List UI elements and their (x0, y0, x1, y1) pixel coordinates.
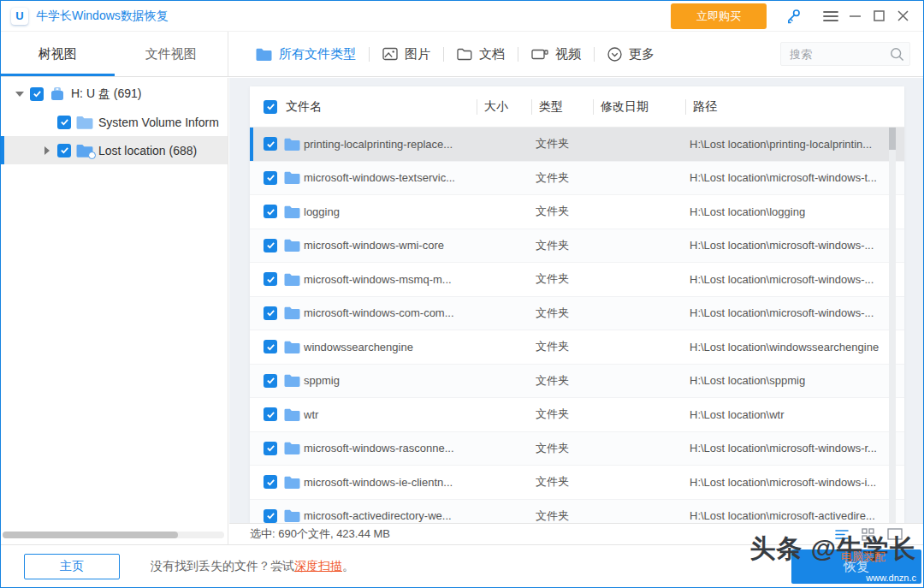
collapse-arrow-icon[interactable] (15, 89, 25, 99)
filter-more[interactable]: 更多 (607, 46, 654, 62)
folder-icon (284, 273, 300, 286)
file-type-toolbar: 所有文件类型 图片 文档 (228, 32, 923, 76)
image-icon (382, 47, 398, 61)
grid-view-icon[interactable] (862, 528, 874, 541)
table-row[interactable]: microsoft-windows-com-com... 文件夹 H:\Lost… (250, 297, 904, 331)
row-checkbox-checked[interactable] (264, 442, 277, 455)
file-name: windowssearchengine (304, 341, 474, 353)
selection-status-text: 选中: 690个文件, 423.44 MB (250, 526, 390, 542)
file-type: 文件夹 (529, 170, 590, 186)
table-row[interactable]: microsoft-windows-wmi-core 文件夹 H:\Lost l… (250, 229, 904, 264)
row-checkbox-checked[interactable] (264, 239, 277, 252)
app-logo-icon: U (11, 8, 28, 25)
folder-icon (284, 239, 300, 252)
select-all-checkbox[interactable] (264, 100, 277, 114)
row-checkbox-checked[interactable] (264, 171, 277, 185)
filter-documents[interactable]: 文档 (457, 46, 505, 62)
register-key-icon[interactable] (785, 8, 802, 24)
file-type: 文件夹 (529, 271, 590, 287)
file-path: H:\Lost location\windowssearchengine (683, 341, 904, 353)
vertical-scrollbar[interactable] (889, 128, 896, 523)
tree-item-label: Lost location (688) (98, 144, 197, 157)
file-path: H:\Lost location\microsoft-windows-... (683, 239, 904, 252)
folder-icon (76, 116, 93, 129)
file-type: 文件夹 (529, 238, 590, 253)
vertical-scrollbar-thumb[interactable] (889, 128, 896, 150)
row-checkbox-checked[interactable] (264, 137, 277, 151)
file-type: 文件夹 (529, 306, 590, 321)
column-header-date[interactable]: 修改日期 (593, 99, 685, 115)
file-type: 文件夹 (529, 136, 590, 151)
close-button[interactable] (891, 5, 915, 27)
tab-file-view[interactable]: 文件视图 (115, 32, 228, 76)
table-row[interactable]: microsoft-windows-ie-clientn... 文件夹 H:\L… (250, 466, 904, 500)
table-header: 文件名 大小 类型 修改日期 路径 (250, 86, 904, 128)
row-checkbox-checked[interactable] (264, 205, 277, 218)
horizontal-scrollbar-thumb[interactable] (3, 532, 178, 538)
status-bar: 选中: 690个文件, 423.44 MB (229, 523, 923, 544)
table-row[interactable]: microsoft-windows-msmq-m... 文件夹 H:\Lost … (250, 263, 904, 297)
file-name: microsoft-activedirectory-we... (304, 509, 474, 522)
column-header-size[interactable]: 大小 (477, 99, 531, 115)
column-header-type[interactable]: 类型 (531, 99, 593, 115)
minimize-button[interactable] (843, 5, 867, 27)
recover-button[interactable]: 恢复 (791, 549, 921, 584)
list-view-icon[interactable] (835, 529, 849, 540)
file-name: printing-localprinting-replace... (304, 138, 474, 151)
toolbar-separator (443, 47, 444, 62)
row-checkbox-checked[interactable] (264, 509, 277, 523)
table-row[interactable]: microsoft-activedirectory-we... 文件夹 H:\L… (250, 500, 904, 524)
table-row[interactable]: microsoft-windows-textservic... 文件夹 H:\L… (250, 162, 904, 196)
checkbox-checked[interactable] (57, 144, 71, 157)
expand-arrow-icon[interactable] (42, 146, 52, 156)
column-header-name[interactable]: 文件名 (286, 99, 477, 115)
usb-drive-icon (49, 86, 66, 103)
file-table: 文件名 大小 类型 修改日期 路径 printing-localprinting… (250, 86, 904, 523)
chevron-down-circle-icon (607, 47, 622, 62)
checkbox-checked[interactable] (30, 87, 44, 101)
column-header-path[interactable]: 路径 (685, 99, 904, 115)
filter-images[interactable]: 图片 (382, 46, 430, 62)
maximize-button[interactable] (867, 5, 891, 27)
row-checkbox-checked[interactable] (264, 306, 277, 320)
folder-icon (284, 306, 300, 319)
tab-tree-view[interactable]: 树视图 (1, 32, 115, 76)
tree-sidebar: H: U 盘 (691) System Volume Inform (1, 78, 228, 544)
table-row[interactable]: wtr 文件夹 H:\Lost location\wtr (250, 398, 904, 432)
row-checkbox-checked[interactable] (264, 340, 277, 353)
search-icon[interactable] (890, 47, 904, 62)
row-checkbox-checked[interactable] (264, 407, 277, 421)
filter-videos[interactable]: 视频 (531, 46, 581, 62)
table-row[interactable]: printing-localprinting-replace... 文件夹 H:… (250, 128, 904, 162)
folder-icon (284, 509, 300, 522)
question-badge-icon (88, 151, 96, 159)
tree-item-lost-location[interactable]: Lost location (688) (1, 136, 228, 164)
home-button[interactable]: 主页 (24, 554, 120, 579)
preview-view-icon[interactable] (887, 528, 903, 540)
file-name: microsoft-windows-wmi-core (304, 239, 474, 252)
table-row[interactable]: windowssearchengine 文件夹 H:\Lost location… (250, 330, 904, 365)
folder-icon (284, 171, 300, 184)
row-checkbox-checked[interactable] (264, 475, 277, 489)
tree-item-drive[interactable]: H: U 盘 (691) (1, 80, 228, 108)
deep-scan-link[interactable]: 深度扫描 (294, 559, 342, 573)
folder-icon (284, 205, 300, 218)
buy-now-button[interactable]: 立即购买 (671, 3, 767, 29)
menu-icon[interactable] (819, 5, 843, 27)
search-input[interactable] (790, 48, 890, 61)
filter-all-file-types[interactable]: 所有文件类型 (256, 46, 356, 62)
table-row[interactable]: logging 文件夹 H:\Lost location\logging (250, 195, 904, 229)
tree-item-label: System Volume Inform (98, 116, 219, 129)
checkbox-checked[interactable] (57, 116, 71, 129)
file-name: logging (304, 205, 474, 218)
tree-item-system-volume[interactable]: System Volume Inform (1, 108, 228, 136)
file-type: 文件夹 (529, 373, 590, 389)
file-path: H:\Lost location\printing-localprintin..… (683, 138, 904, 151)
table-row[interactable]: microsoft-windows-rasconne... 文件夹 H:\Los… (250, 432, 904, 466)
folder-icon (284, 408, 300, 421)
horizontal-scrollbar[interactable] (3, 532, 224, 538)
table-row[interactable]: sppmig 文件夹 H:\Lost location\sppmig (250, 365, 904, 399)
file-path: H:\Lost location\microsoft-windows-... (683, 306, 904, 319)
row-checkbox-checked[interactable] (264, 272, 277, 286)
row-checkbox-checked[interactable] (264, 374, 277, 388)
